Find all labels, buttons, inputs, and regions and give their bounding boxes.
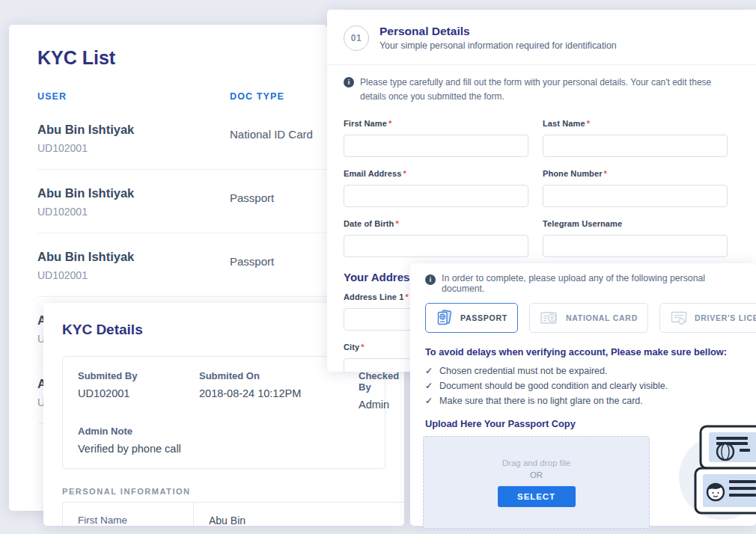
user-id: UD102001 <box>37 206 230 218</box>
user-name: Abu Bin Ishtiyak <box>37 250 230 264</box>
kyc-list-row[interactable]: Abu Bin Ishtiyak UD102001 Passport <box>37 233 327 297</box>
file-dropzone[interactable]: Drag and drop file OR SELECT <box>423 436 650 529</box>
email-input[interactable] <box>344 185 528 207</box>
city-label: City <box>344 343 359 352</box>
submitted-by-value: UD102001 <box>78 387 199 399</box>
first-name-field-group: First Name* <box>344 119 528 157</box>
document-type-options: PASSPORT NATIONAL CARD <box>410 303 756 333</box>
phone-field-group: Phone Number* <box>543 169 728 207</box>
first-name-input[interactable] <box>344 135 528 157</box>
phone-label: Phone Number <box>543 169 603 178</box>
checklist-item: ✓ Chosen credential must not be expaired… <box>425 363 741 378</box>
submission-meta-row: Submited By UD102001 Submited On 2018-08… <box>78 370 370 411</box>
check-icon: ✓ <box>425 363 433 378</box>
telegram-field-group: Telegram Username <box>543 219 728 257</box>
dropzone-hint: Drag and drop file <box>502 458 570 467</box>
form-notice-text: Please type carefully and fill out the f… <box>360 76 727 103</box>
personal-form-grid: First Name* Last Name* Email Address* Ph… <box>327 119 756 269</box>
required-asterisk: * <box>604 169 607 178</box>
personal-details-title: Personal Details <box>379 25 617 38</box>
checked-by-value: Admin <box>359 399 399 411</box>
checklist-item-text: Document should be good condition and cl… <box>439 378 668 393</box>
required-asterisk: * <box>361 343 364 352</box>
id-cards-illustration-svg <box>674 419 756 521</box>
info-icon: i <box>344 77 354 88</box>
user-name: Abu Bin Ishtiyak <box>37 123 230 137</box>
column-header-user: USER <box>37 91 230 102</box>
national-card-option-button[interactable]: NATIONAL CARD <box>529 303 648 333</box>
required-asterisk: * <box>403 169 406 178</box>
checked-by-label: Checked By <box>359 370 399 393</box>
checked-by: Checked By Admin <box>359 370 399 411</box>
required-asterisk: * <box>587 119 590 128</box>
dob-field-group: Date of Birth* <box>344 219 528 257</box>
first-name-label: First Name <box>344 119 387 128</box>
user-cell: Abu Bin Ishtiyak UD102001 <box>37 186 230 218</box>
field-label-cell: First Name <box>63 503 194 526</box>
kyc-list-row[interactable]: Abu Bin Ishtiyak UD102001 Passport <box>37 170 327 233</box>
dob-input[interactable] <box>344 235 528 257</box>
form-notice: i Please type carefully and fill out the… <box>327 65 743 119</box>
step-number-badge: 01 <box>344 25 369 51</box>
required-asterisk: * <box>405 292 408 301</box>
personal-information-table: First Name Abu Bin <box>62 502 404 526</box>
verification-warning-title: To avoid delays when verifying account, … <box>425 346 741 357</box>
admin-note-label: Admin Note <box>78 426 370 437</box>
user-cell: Abu Bin Ishtiyak UD102001 <box>37 123 230 154</box>
submitted-on-label: Submited On <box>199 370 359 381</box>
kyc-list-row[interactable]: Abu Bin Ishtiyak UD102001 National ID Ca… <box>37 106 327 170</box>
admin-note-value: Verified by phone call <box>78 443 370 455</box>
submitted-on-value: 2018-08-24 10:12PM <box>199 387 359 399</box>
personal-details-heading-group: Personal Details Your simple personal in… <box>379 25 617 51</box>
user-cell: Abu Bin Ishtiyak UD102001 <box>37 250 230 281</box>
email-label: Email Address <box>344 169 401 178</box>
verification-checklist: ✓ Chosen credential must not be expaired… <box>425 363 741 408</box>
user-name: Abu Bin Ishtiyak <box>37 186 230 200</box>
select-file-button[interactable]: SELECT <box>498 486 576 507</box>
kyc-list-title: KYC List <box>37 47 327 69</box>
checklist-item: ✓ Make sure that there is no light glare… <box>425 393 741 408</box>
submission-meta-box: Submited By UD102001 Submited On 2018-08… <box>62 356 385 469</box>
drivers-license-icon <box>670 310 688 326</box>
admin-note: Admin Note Verified by phone call <box>78 426 370 455</box>
phone-input[interactable] <box>543 185 728 207</box>
doc-type-cell: Passport <box>230 255 327 281</box>
required-asterisk: * <box>388 119 391 128</box>
check-icon: ✓ <box>425 393 433 408</box>
kyc-admin-screen: KYC List USER DOC TYPE Abu Bin Ishtiyak … <box>0 0 756 534</box>
required-asterisk: * <box>395 219 398 228</box>
upload-notice: i In order to complete, please upload an… <box>410 263 756 303</box>
checklist-item-text: Make sure that there is no light glare o… <box>439 393 643 408</box>
id-cards-illustration <box>674 419 756 524</box>
passport-icon <box>436 309 454 327</box>
personal-details-subtitle: Your simple personal information require… <box>379 40 617 51</box>
email-field-group: Email Address* <box>344 169 528 207</box>
info-icon: i <box>425 274 436 285</box>
drivers-license-option-label: DRIVER'S LICENSE <box>695 313 756 322</box>
telegram-input[interactable] <box>543 235 728 257</box>
passport-option-button[interactable]: PASSPORT <box>425 303 518 333</box>
checklist-item: ✓ Document should be good condition and … <box>425 378 741 393</box>
doc-type-cell: National ID Card <box>230 128 327 154</box>
national-card-icon <box>540 310 559 326</box>
column-header-doc-type: DOC TYPE <box>230 91 327 102</box>
last-name-field-group: Last Name* <box>543 119 728 157</box>
address-line1-label: Address Line 1 <box>344 292 403 301</box>
last-name-input[interactable] <box>543 135 728 157</box>
kyc-list-header-row: USER DOC TYPE <box>37 91 327 102</box>
field-value-cell: Abu Bin <box>194 503 404 526</box>
drivers-license-option-button[interactable]: DRIVER'S LICENSE <box>659 303 756 333</box>
national-card-option-label: NATIONAL CARD <box>566 313 638 322</box>
table-row: First Name Abu Bin <box>63 503 404 526</box>
user-id: UD102001 <box>37 269 230 281</box>
user-id: UD102001 <box>37 142 230 154</box>
doc-type-cell: Passport <box>230 191 327 218</box>
upload-notice-text: In order to complete, please upload any … <box>442 273 741 294</box>
submitted-by-label: Submited By <box>78 370 199 381</box>
check-icon: ✓ <box>425 378 433 393</box>
submitted-on: Submited On 2018-08-24 10:12PM <box>199 370 359 411</box>
personal-information-section-header: PERSONAL INFORMATION <box>62 487 385 496</box>
checklist-item-text: Chosen credential must not be expaired. <box>439 363 607 378</box>
submitted-by: Submited By UD102001 <box>78 370 199 411</box>
last-name-label: Last Name <box>543 119 585 128</box>
